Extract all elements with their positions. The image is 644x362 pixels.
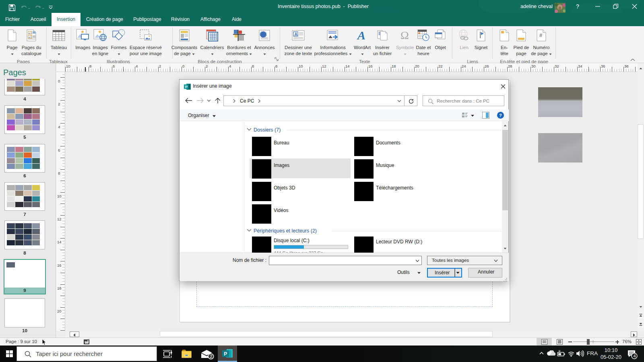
svg-text:4: 4 [634,354,636,358]
svg-text:P: P [224,351,227,357]
svg-text:#: # [539,32,543,38]
svg-text:P: P [185,85,188,89]
svg-text:A: A [295,32,297,37]
svg-text:xy: xy [85,340,88,343]
svg-text:?: ? [499,113,502,118]
svg-text:2: 2 [210,354,213,359]
